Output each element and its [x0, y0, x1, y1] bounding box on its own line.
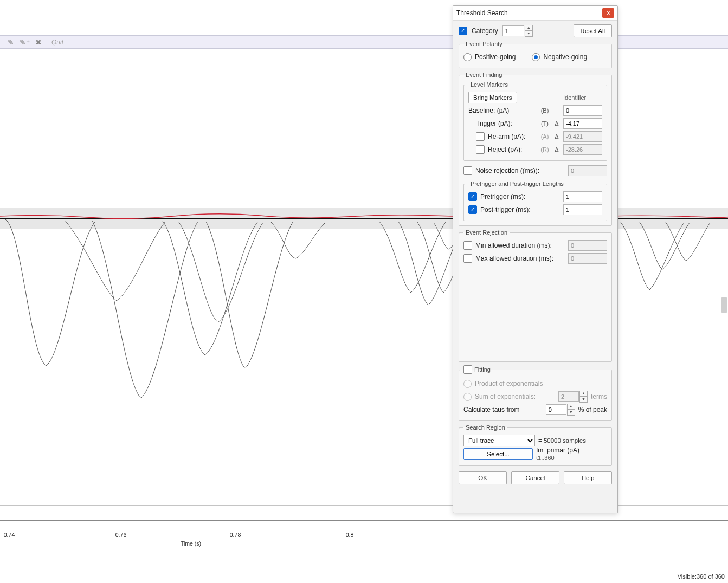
- fitting-label: Fitting: [474, 366, 491, 373]
- taus-suffix: % of peak: [578, 406, 607, 413]
- event-finding-legend: Event Finding: [463, 72, 504, 78]
- fitting-checkbox[interactable]: [463, 365, 472, 374]
- event-polarity-group: Event Polarity Positive-going Negative-g…: [459, 41, 612, 68]
- close-icon[interactable]: ✕: [602, 8, 614, 18]
- signal-name: Im_primar (pA): [536, 447, 579, 455]
- terms-label: terms: [591, 393, 607, 400]
- reset-all-button[interactable]: Reset All: [574, 24, 612, 37]
- reject-checkbox[interactable]: [476, 145, 485, 154]
- noise-rejection-checkbox[interactable]: [463, 166, 472, 175]
- baseline-input[interactable]: [563, 105, 602, 116]
- pretrigger-checkbox[interactable]: [468, 192, 477, 201]
- search-region-group: Search Region Full trace = 50000 samples…: [459, 424, 612, 466]
- posttrigger-label: Post-trigger (ms):: [480, 206, 560, 213]
- window-top-strip: [0, 0, 728, 17]
- pencil-icon[interactable]: ✎: [8, 38, 14, 47]
- search-region-select[interactable]: Full trace: [463, 435, 535, 446]
- rearm-label: Re-arm (pA):: [488, 133, 536, 140]
- baseline-id: (B): [539, 107, 550, 114]
- level-markers-group: Level Markers Bring Markers Identifier B…: [463, 81, 607, 161]
- level-markers-legend: Level Markers: [468, 81, 510, 88]
- scrollbar-thumb[interactable]: [721, 297, 727, 313]
- category-label: Category: [472, 27, 498, 35]
- select-signal-button[interactable]: Select...: [463, 448, 533, 460]
- max-duration-input: [568, 253, 607, 264]
- rearm-id: (A): [539, 133, 550, 140]
- signal-range: t1..360: [536, 455, 579, 462]
- noise-rejection-input: [568, 165, 607, 176]
- toolbar: ✎ ✎⁺ ✖ Quit: [0, 35, 728, 49]
- taus-input[interactable]: [546, 404, 566, 415]
- x-axis-label: Time (s): [181, 540, 201, 547]
- help-button[interactable]: Help: [564, 471, 612, 484]
- pretrigger-input[interactable]: [563, 191, 602, 202]
- reject-input: [563, 144, 602, 155]
- samples-label: = 50000 samples: [538, 437, 586, 444]
- max-duration-checkbox[interactable]: [463, 254, 472, 263]
- ok-button[interactable]: OK: [459, 471, 507, 484]
- pencil-plus-icon[interactable]: ✎⁺: [20, 38, 30, 47]
- trigger-label: Trigger (pA):: [476, 120, 536, 127]
- stepper-down-icon[interactable]: ▼: [567, 410, 575, 416]
- min-duration-checkbox[interactable]: [463, 241, 472, 250]
- min-duration-label: Min allowed duration (ms):: [475, 242, 565, 249]
- fitting-group: Fitting Product of exponentials Sum of e…: [459, 365, 612, 421]
- plot-area[interactable]: [0, 51, 728, 517]
- event-finding-group: Event Finding Level Markers Bring Marker…: [459, 72, 612, 226]
- noise-rejection-label: Noise rejection ((ms)):: [475, 167, 565, 174]
- category-checkbox[interactable]: [459, 27, 467, 35]
- min-duration-input: [568, 240, 607, 251]
- event-polarity-legend: Event Polarity: [463, 41, 505, 47]
- rearm-input: [563, 131, 602, 142]
- delta-icon: Δ: [553, 133, 560, 140]
- product-exp-radio: [463, 380, 472, 388]
- trigger-input[interactable]: [563, 118, 602, 129]
- stepper-up-icon: ▲: [579, 391, 588, 397]
- status-bar: Visible:360 of 360: [678, 573, 725, 580]
- posttrigger-checkbox[interactable]: [468, 205, 477, 214]
- sum-exp-radio: [463, 393, 472, 401]
- cancel-button[interactable]: Cancel: [511, 471, 559, 484]
- pencil-x-icon[interactable]: ✖: [35, 38, 42, 47]
- x-tick: 0.8: [346, 532, 354, 538]
- stepper-up-icon[interactable]: ▲: [567, 404, 575, 410]
- trigger-lengths-group: Pretrigger and Post-trigger Lengths Pret…: [463, 180, 607, 221]
- category-input[interactable]: [502, 25, 524, 36]
- x-tick: 0.74: [4, 532, 15, 538]
- reject-label: Reject (pA):: [488, 146, 536, 153]
- reject-id: (R): [539, 146, 550, 153]
- pretrigger-label: Pretrigger (ms):: [480, 193, 560, 200]
- event-rejection-legend: Event Rejection: [463, 229, 510, 236]
- positive-going-label: Positive-going: [475, 53, 516, 61]
- x-tick: 0.76: [115, 532, 126, 538]
- trigger-id: (T): [539, 120, 550, 127]
- stepper-down-icon: ▼: [579, 397, 588, 403]
- x-axis: 0.74 0.76 0.78 0.8 Time (s): [0, 517, 728, 543]
- positive-going-radio[interactable]: [463, 53, 472, 61]
- taus-label: Calculate taus from: [463, 406, 543, 413]
- stepper-down-icon[interactable]: ▼: [525, 31, 533, 37]
- quit-button[interactable]: Quit: [51, 38, 63, 46]
- max-duration-label: Max allowed duration (ms):: [475, 255, 565, 262]
- sum-terms-input: [558, 391, 579, 402]
- rearm-checkbox[interactable]: [476, 132, 485, 141]
- event-rejection-group: Event Rejection Min allowed duration (ms…: [459, 229, 612, 362]
- identifier-label: Identifier: [563, 94, 602, 101]
- product-exp-label: Product of exponentials: [475, 380, 543, 387]
- sum-exp-label: Sum of exponentials:: [475, 393, 555, 400]
- delta-icon: Δ: [553, 120, 560, 127]
- posttrigger-input[interactable]: [563, 204, 602, 215]
- dialog-titlebar[interactable]: Threshold Search ✕: [453, 6, 617, 21]
- baseline-label: Baseline: (pA): [468, 107, 536, 114]
- bring-markers-button[interactable]: Bring Markers: [468, 92, 517, 103]
- threshold-search-dialog: Threshold Search ✕ Category ▲▼ Reset All…: [453, 5, 618, 513]
- trigger-lengths-legend: Pretrigger and Post-trigger Lengths: [468, 180, 566, 187]
- stepper-up-icon[interactable]: ▲: [525, 25, 533, 31]
- delta-icon: Δ: [553, 146, 560, 153]
- negative-going-radio[interactable]: [532, 53, 540, 61]
- x-tick: 0.78: [230, 532, 241, 538]
- dialog-title: Threshold Search: [456, 9, 508, 17]
- search-region-legend: Search Region: [463, 424, 507, 431]
- negative-going-label: Negative-going: [543, 53, 587, 61]
